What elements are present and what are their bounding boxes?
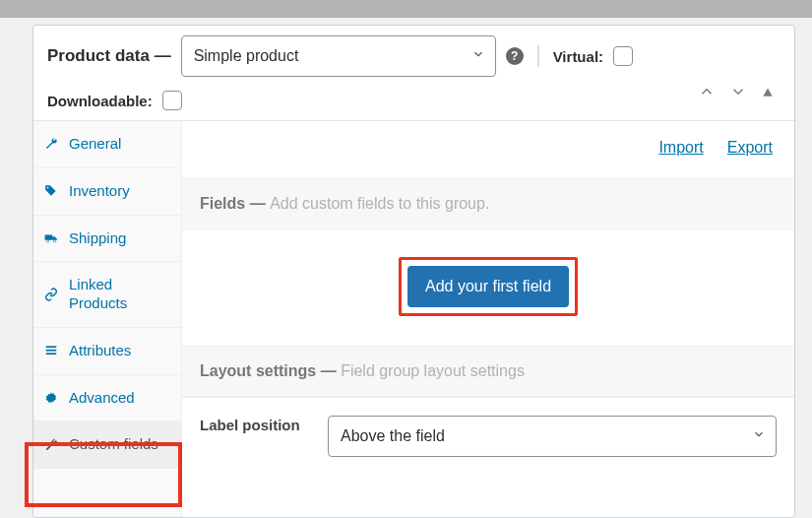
tab-label: Inventory: [69, 182, 130, 201]
tab-label: Attributes: [69, 342, 131, 360]
wrench-icon: [43, 136, 59, 152]
tab-advanced[interactable]: Advanced: [33, 375, 181, 422]
link-icon: [43, 287, 59, 302]
tab-attributes[interactable]: Attributes: [33, 328, 181, 375]
svg-rect-7: [46, 353, 57, 355]
tag-icon: [43, 183, 59, 199]
panel-title: Product data —: [47, 46, 171, 66]
product-type-select[interactable]: Simple product: [181, 35, 496, 77]
tab-label: Custom fields: [69, 435, 158, 454]
help-icon[interactable]: ?: [506, 47, 524, 65]
fields-title: Fields —: [200, 195, 270, 212]
svg-rect-2: [45, 234, 53, 239]
panel-body: General Inventory Shipping Linked Produc…: [33, 121, 794, 518]
label-position-select[interactable]: Above the field: [328, 416, 777, 457]
svg-rect-5: [46, 346, 57, 348]
label-position-value: Above the field: [341, 427, 445, 445]
tab-label: Shipping: [69, 229, 126, 248]
divider: [537, 45, 539, 67]
svg-point-3: [46, 240, 48, 242]
toggle-panel-icon[interactable]: [761, 85, 775, 98]
fields-section-header: Fields — Add custom fields to this group…: [182, 178, 794, 229]
tab-label: General: [69, 135, 121, 154]
list-icon: [43, 343, 59, 358]
tab-general[interactable]: General: [33, 121, 181, 168]
layout-hint: Field group layout settings: [341, 362, 525, 379]
label-position-label: Label position: [200, 416, 308, 435]
downloadable-checkbox[interactable]: [162, 91, 182, 110]
svg-marker-0: [763, 89, 772, 97]
tab-inventory[interactable]: Inventory: [33, 168, 181, 216]
tab-custom-fields[interactable]: Custom fields: [33, 421, 181, 469]
svg-point-1: [47, 187, 49, 189]
downloadable-label: Downloadable:: [47, 93, 153, 109]
move-up-icon[interactable]: [698, 83, 716, 100]
tab-label: Advanced: [69, 389, 135, 408]
panel-header: Product data — Simple product ? Virtual:…: [33, 26, 794, 121]
virtual-label: Virtual:: [553, 48, 603, 65]
chevron-down-icon: [471, 47, 485, 65]
layout-section-header: Layout settings — Field group layout set…: [182, 346, 794, 397]
label-position-row: Label position Above the field: [182, 397, 794, 475]
product-data-panel: Product data — Simple product ? Virtual:…: [32, 25, 795, 518]
window-chrome: [0, 0, 812, 18]
move-down-icon[interactable]: [729, 83, 747, 100]
gear-icon: [43, 390, 59, 406]
export-link[interactable]: Export: [727, 139, 773, 157]
fields-hint: Add custom fields to this group.: [270, 195, 489, 212]
import-link[interactable]: Import: [658, 139, 703, 157]
truck-icon: [43, 230, 59, 246]
tab-content: Import Export Fields — Add custom fields…: [182, 121, 794, 518]
panel-controls: [698, 83, 775, 100]
tabs-list: General Inventory Shipping Linked Produc…: [33, 121, 182, 518]
add-first-field-button[interactable]: Add your first field: [407, 266, 569, 307]
add-field-area: Add your first field: [182, 229, 794, 346]
tab-shipping[interactable]: Shipping: [33, 216, 181, 263]
virtual-checkbox[interactable]: [613, 46, 633, 66]
tab-label: Linked Products: [69, 276, 169, 313]
import-export-row: Import Export: [182, 121, 794, 178]
chevron-down-icon: [752, 427, 766, 445]
tab-linked-products[interactable]: Linked Products: [33, 262, 181, 328]
product-type-value: Simple product: [194, 47, 299, 65]
wrench-icon: [43, 437, 59, 453]
layout-title: Layout settings —: [200, 362, 341, 379]
highlight-box: Add your first field: [399, 257, 578, 316]
svg-point-4: [53, 240, 55, 242]
svg-rect-6: [46, 350, 57, 352]
